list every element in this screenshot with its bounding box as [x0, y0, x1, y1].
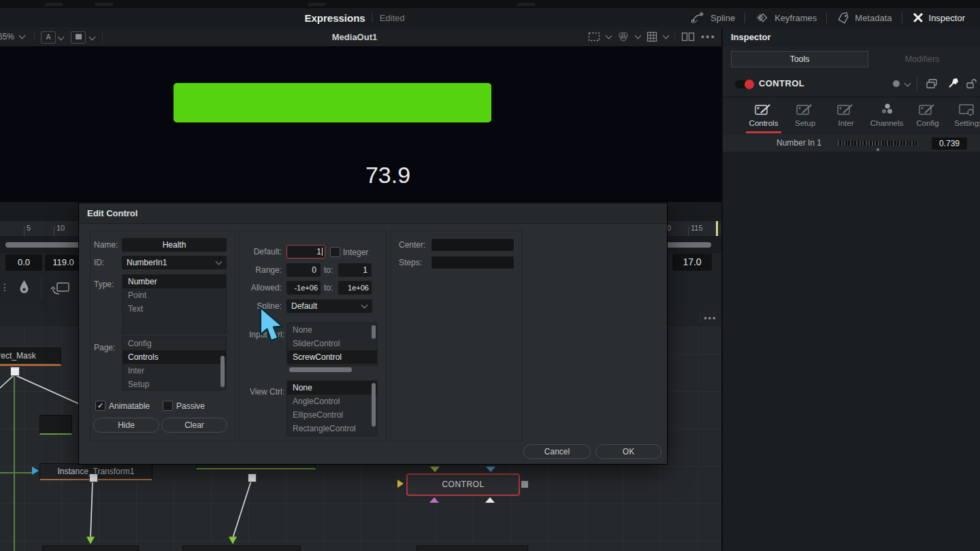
page-list-scrollbar-thumb[interactable]: [220, 356, 225, 387]
default-field[interactable]: 1: [287, 245, 325, 258]
versions-icon[interactable]: [926, 78, 938, 89]
page-option[interactable]: Config: [122, 337, 226, 350]
nav-spline-button[interactable]: Spline: [681, 12, 745, 24]
input-ctrl-option[interactable]: None: [287, 323, 377, 337]
time-start-field[interactable]: 0.0: [5, 254, 42, 271]
control-input-port-yellow[interactable]: [397, 480, 404, 488]
nav-metadata-button[interactable]: Metadata: [827, 12, 901, 24]
dialog-title-bar[interactable]: Edit Control: [79, 203, 667, 224]
tab-setup[interactable]: Setup: [785, 97, 826, 135]
header-divider: [917, 78, 917, 90]
tab-modifiers[interactable]: Modifiers: [868, 51, 977, 67]
tab-inter[interactable]: Inter: [826, 97, 866, 135]
pin-icon[interactable]: [948, 78, 959, 88]
playhead-marker[interactable]: [716, 221, 718, 236]
chevron-down-icon[interactable]: [904, 80, 911, 87]
node-enable-toggle[interactable]: [735, 80, 753, 88]
channel-display-button[interactable]: A: [41, 31, 56, 44]
current-time-field[interactable]: 17.0: [672, 254, 712, 271]
grid-icon[interactable]: [647, 31, 657, 42]
page-option[interactable]: Inter: [122, 364, 226, 378]
nav-inspector-button[interactable]: Inspector: [902, 12, 975, 24]
center-field[interactable]: [431, 238, 514, 252]
passive-checkbox[interactable]: [163, 401, 173, 411]
node-rect-mask[interactable]: rect_Mask: [0, 348, 61, 366]
node-bottom[interactable]: [182, 546, 301, 551]
node-control[interactable]: CONTROL: [406, 473, 520, 496]
hide-button[interactable]: Hide: [93, 418, 159, 433]
input-ctrl-hscrollbar-thumb[interactable]: [289, 367, 352, 372]
page-option[interactable]: Setup: [122, 378, 226, 390]
screw-slider[interactable]: [835, 139, 921, 147]
type-list[interactable]: Number Point Text: [122, 274, 227, 334]
steps-field[interactable]: [431, 256, 514, 269]
view-ctrl-scrollbar-thumb[interactable]: [372, 383, 376, 427]
name-field[interactable]: Health: [122, 238, 227, 252]
control-output-port-square[interactable]: [521, 481, 528, 488]
ok-button[interactable]: OK: [595, 444, 662, 459]
chevron-down-icon[interactable]: [58, 34, 65, 41]
droplet-icon[interactable]: [19, 280, 29, 294]
animatable-checkbox[interactable]: ✓: [95, 401, 105, 411]
tab-settings[interactable]: Settings: [948, 97, 980, 135]
id-dropdown[interactable]: NumberIn1: [122, 256, 227, 269]
page-list[interactable]: Config Controls Inter Setup: [122, 336, 227, 390]
input-ctrl-option[interactable]: ScrewControl: [287, 350, 377, 364]
tab-config[interactable]: Config: [907, 97, 948, 135]
tab-tools-label: Tools: [789, 54, 809, 64]
control-bottom-port-white[interactable]: [485, 497, 495, 503]
nav-keyframes-button[interactable]: Keyframes: [745, 12, 826, 24]
chevron-down-icon[interactable]: [634, 33, 641, 39]
allowed-min-field[interactable]: -1e+06: [287, 281, 321, 295]
health-bar-graphic: [174, 83, 491, 122]
inspector-icon: [912, 12, 924, 24]
range-min-field[interactable]: 0: [287, 263, 321, 277]
gamut-icon[interactable]: [617, 31, 630, 42]
type-option[interactable]: Point: [122, 288, 226, 302]
node-unnamed[interactable]: [39, 415, 72, 435]
chevron-down-icon[interactable]: [662, 33, 669, 39]
node-bottom[interactable]: [416, 546, 528, 551]
control-top-port-green[interactable]: [430, 467, 440, 472]
integer-checkbox[interactable]: [330, 247, 340, 257]
dual-viewer-icon[interactable]: [681, 32, 695, 41]
allowed-max-field[interactable]: 1e+06: [338, 281, 372, 295]
chevron-down-icon[interactable]: [89, 34, 96, 41]
page-option[interactable]: Controls: [122, 350, 226, 364]
input-ctrl-option[interactable]: SliderControl: [287, 337, 377, 350]
spline-dropdown[interactable]: Default: [287, 299, 372, 313]
view-ctrl-option[interactable]: AngleControl: [287, 395, 377, 408]
lock-open-icon[interactable]: [966, 78, 977, 88]
view-mode-button[interactable]: [71, 31, 86, 44]
node-bottom[interactable]: [42, 546, 139, 551]
roi-icon[interactable]: [588, 32, 600, 41]
control-value-field[interactable]: 0.739: [932, 137, 967, 150]
type-option[interactable]: Text: [122, 302, 226, 316]
control-bottom-port-magenta[interactable]: [429, 497, 439, 503]
type-option[interactable]: Number: [122, 275, 226, 288]
node-port-square[interactable]: [10, 367, 20, 376]
toolbar-divider: [102, 31, 103, 42]
time-end-field[interactable]: 119.0: [45, 254, 82, 271]
tab-tools[interactable]: Tools: [731, 51, 868, 67]
node-port-square[interactable]: [89, 473, 98, 482]
input-ctrl-scrollbar-thumb[interactable]: [372, 325, 376, 339]
node-port-square[interactable]: [248, 473, 257, 482]
node-input-port-blue[interactable]: [32, 467, 39, 475]
node-color-picker[interactable]: [893, 80, 900, 87]
input-ctrl-list[interactable]: None SliderControl ScrewControl: [287, 322, 378, 366]
chevron-down-icon[interactable]: [605, 33, 612, 39]
tab-channels[interactable]: Channels: [866, 97, 908, 135]
tab-controls[interactable]: Controls: [743, 97, 784, 135]
view-ctrl-option[interactable]: None: [287, 381, 377, 395]
view-ctrl-list[interactable]: None AngleControl EllipseControl Rectang…: [287, 380, 378, 436]
view-ctrl-option[interactable]: RectangleControl: [287, 422, 377, 435]
cancel-button[interactable]: Cancel: [523, 444, 591, 459]
clear-button[interactable]: Clear: [161, 418, 227, 433]
zoom-level-dropdown[interactable]: 65%: [0, 27, 24, 46]
retime-icon[interactable]: [50, 281, 71, 296]
view-ctrl-option[interactable]: EllipseControl: [287, 408, 377, 422]
viewer-options-menu-icon[interactable]: ●●●: [701, 33, 716, 40]
control-top-port-blue[interactable]: [486, 467, 495, 472]
range-max-field[interactable]: 1: [338, 263, 372, 277]
